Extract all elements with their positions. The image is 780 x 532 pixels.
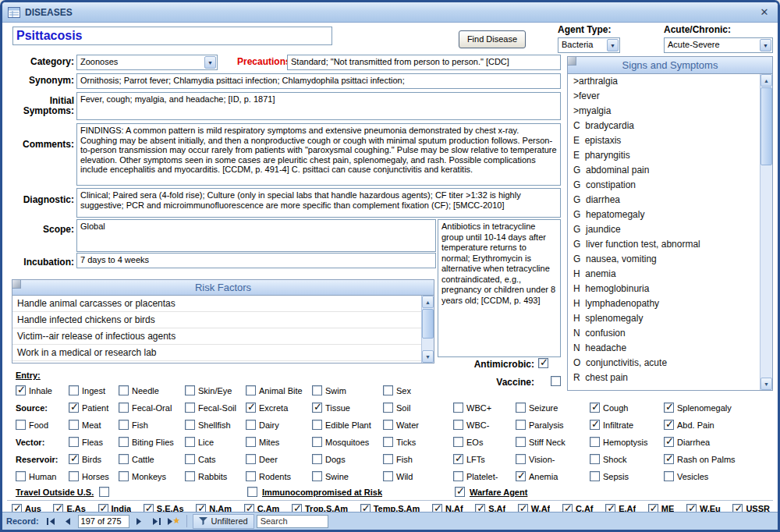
checkbox[interactable]	[119, 437, 129, 447]
labs-checkbox-item[interactable]: Sepsis	[590, 471, 664, 481]
entry-checkbox-item[interactable]: Needle	[119, 385, 185, 395]
checkbox[interactable]	[69, 454, 79, 464]
checkbox[interactable]	[590, 420, 600, 430]
checkbox[interactable]	[516, 471, 526, 481]
labs-checkbox-item[interactable]: Stiff Neck	[516, 437, 590, 447]
checkbox[interactable]	[69, 437, 79, 447]
scope-textbox[interactable]: Global	[76, 219, 436, 252]
synonym-textbox[interactable]: Ornithosis; Parrot fever; Chlamydia psit…	[76, 73, 561, 89]
precautions-textbox[interactable]: Standard; "Not transmitted from person t…	[287, 55, 561, 70]
scrollbar-thumb[interactable]	[422, 309, 434, 339]
vaccine-checkbox[interactable]	[551, 376, 561, 386]
entry-checkbox-item[interactable]: Fleas	[69, 437, 119, 447]
entry-checkbox-item[interactable]: Ingest	[69, 385, 119, 395]
checkbox[interactable]	[590, 403, 600, 413]
previous-record-button[interactable]	[61, 515, 76, 528]
travel-checkbox[interactable]	[99, 487, 109, 497]
find-disease-button[interactable]: Find Disease	[459, 30, 526, 48]
labs-checkbox-item[interactable]: Rash on Palms	[664, 454, 775, 464]
entry-checkbox-item[interactable]: Excreta	[246, 403, 312, 413]
entry-checkbox-item[interactable]: Mites	[246, 437, 312, 447]
disease-name-input[interactable]	[12, 27, 332, 45]
entry-checkbox-item[interactable]: Shellfish	[185, 420, 246, 430]
scroll-down-icon[interactable]: ▼	[760, 378, 772, 390]
dropdown-arrow-icon[interactable]: ▼	[607, 39, 619, 51]
initial-symptoms-textbox[interactable]: Fever, cough; myalgia, and headache; [ID…	[76, 92, 561, 120]
labs-checkbox-item[interactable]: Infiltrate	[590, 420, 664, 430]
entry-checkbox-item[interactable]: Fecal-Oral	[119, 403, 185, 413]
checkbox[interactable]	[453, 454, 463, 464]
entry-checkbox-item[interactable]: Ticks	[383, 437, 443, 447]
first-record-button[interactable]	[44, 515, 58, 528]
dropdown-arrow-icon[interactable]: ▼	[204, 56, 216, 69]
entry-checkbox-item[interactable]: Biting Flies	[119, 437, 185, 447]
checkbox[interactable]	[185, 437, 195, 447]
checkbox[interactable]	[69, 385, 79, 395]
checkbox[interactable]	[453, 437, 463, 447]
category-combo[interactable]: Zoonoses ▼	[76, 55, 218, 70]
checkbox[interactable]	[590, 437, 600, 447]
entry-checkbox-item[interactable]: Patient	[69, 403, 119, 413]
checkbox[interactable]	[246, 403, 256, 413]
entry-checkbox-item[interactable]: Rabbits	[185, 471, 246, 481]
entry-checkbox-item[interactable]: Soil	[383, 403, 443, 413]
scroll-down-icon[interactable]: ▼	[422, 350, 434, 363]
sign-item[interactable]: C bradycardia	[568, 119, 760, 133]
labs-checkbox-item[interactable]: Splenomegaly	[664, 403, 775, 413]
checkbox[interactable]	[185, 403, 195, 413]
risk-factor-item[interactable]: Work in a medical or research lab	[12, 345, 421, 361]
sign-item[interactable]: H hemoglobinuria	[568, 282, 760, 296]
antimicrobic-checkbox[interactable]	[538, 358, 548, 368]
risk-factor-item[interactable]: Handle infected chickens or birds	[12, 312, 421, 328]
new-record-button[interactable]	[166, 515, 181, 528]
entry-checkbox-item[interactable]: Horses	[69, 471, 119, 481]
scrollbar-thumb[interactable]	[760, 87, 772, 165]
checkbox[interactable]	[516, 454, 526, 464]
labs-checkbox-item[interactable]: Hemoptysis	[590, 437, 664, 447]
checkbox[interactable]	[246, 437, 256, 447]
checkbox[interactable]	[312, 437, 322, 447]
entry-checkbox-item[interactable]: Dairy	[246, 420, 312, 430]
incubation-textbox[interactable]: 7 days to 4 weeks	[76, 253, 436, 268]
sign-item[interactable]: G nausea, vomiting	[568, 252, 760, 267]
sign-item[interactable]: G liver function test, abnormal	[568, 237, 760, 252]
entry-checkbox-item[interactable]: Fish	[383, 454, 443, 464]
entry-checkbox-item[interactable]: Meat	[69, 420, 119, 430]
sign-item[interactable]: G diarrhea	[568, 193, 760, 207]
risk-factor-item[interactable]: Handle animal carcasses or placentas	[12, 296, 421, 312]
entry-checkbox-item[interactable]: Cattle	[119, 454, 185, 464]
checkbox[interactable]	[185, 471, 195, 481]
labs-checkbox-item[interactable]: WBC-	[453, 420, 516, 430]
checkbox[interactable]	[664, 471, 674, 481]
dropdown-arrow-icon[interactable]: ▼	[760, 39, 771, 51]
search-input[interactable]	[257, 515, 328, 528]
comments-textbox[interactable]: FINDINGS: A common pattern is mild respi…	[76, 123, 561, 186]
checkbox[interactable]	[119, 420, 129, 430]
sign-item[interactable]: H lymphadenopathy	[568, 296, 760, 311]
entry-checkbox-item[interactable]: Deer	[246, 454, 312, 464]
entry-checkbox-item[interactable]: Mosquitoes	[312, 437, 383, 447]
labs-checkbox-item[interactable]: Vesicles	[664, 471, 775, 481]
checkbox[interactable]	[312, 420, 322, 430]
close-icon[interactable]: ✕	[757, 6, 772, 18]
checkbox[interactable]	[16, 385, 26, 395]
checkbox[interactable]	[453, 471, 463, 481]
agent-type-combo[interactable]: Bacteria ▼	[558, 37, 620, 53]
labs-checkbox-item[interactable]: Anemia	[516, 471, 590, 481]
sign-item[interactable]: E pharyngitis	[568, 148, 760, 163]
entry-checkbox-item[interactable]: Tissue	[312, 403, 383, 413]
labs-checkbox-item[interactable]: Cough	[590, 403, 664, 413]
checkbox[interactable]	[453, 420, 463, 430]
checkbox[interactable]	[590, 471, 600, 481]
checkbox[interactable]	[664, 420, 674, 430]
labs-checkbox-item[interactable]: Abd. Pain	[664, 420, 775, 430]
diagnostic-textbox[interactable]: Clinical; Paired sera (4-fold rise); Cul…	[76, 188, 561, 218]
entry-checkbox-item[interactable]: Human	[16, 471, 69, 481]
checkbox[interactable]	[383, 471, 393, 481]
checkbox[interactable]	[312, 385, 322, 395]
checkbox[interactable]	[119, 454, 129, 464]
record-position-input[interactable]	[78, 515, 129, 528]
checkbox[interactable]	[185, 385, 195, 395]
signs-scrollbar[interactable]: ▲ ▼	[760, 74, 772, 390]
checkbox[interactable]	[590, 454, 600, 464]
